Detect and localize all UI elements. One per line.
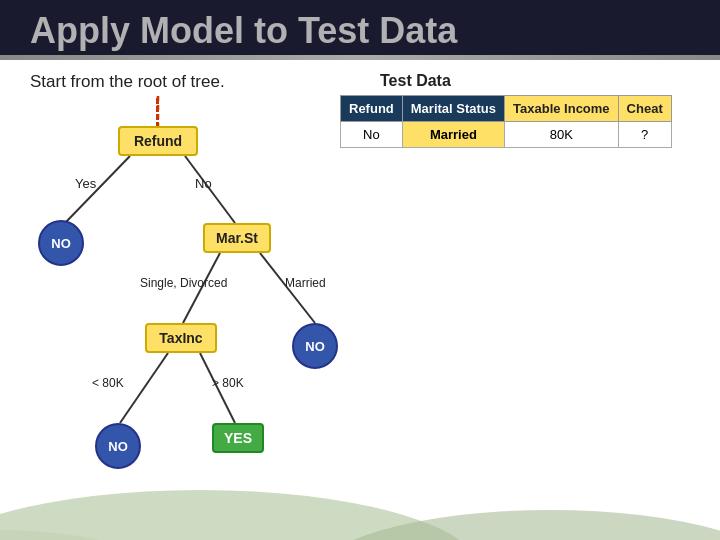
single-divorced-label: Single, Divorced bbox=[140, 276, 227, 290]
slide: Apply Model to Test Data Start from the … bbox=[0, 0, 720, 540]
gt-80k-label: > 80K bbox=[212, 376, 244, 390]
dashed-line bbox=[156, 98, 159, 128]
yes-label: Yes bbox=[75, 176, 96, 191]
accent-bar bbox=[0, 55, 720, 60]
col-marital: Marital Status bbox=[402, 96, 504, 122]
cell-cheat: ? bbox=[618, 122, 671, 148]
test-data-label: Test Data bbox=[380, 72, 451, 90]
married-label: Married bbox=[285, 276, 326, 290]
test-data-table: Refund Marital Status Taxable Income Che… bbox=[340, 95, 672, 148]
yes-node: YES bbox=[212, 423, 264, 453]
no-label-refund: No bbox=[195, 176, 212, 191]
cell-taxable: 80K bbox=[505, 122, 619, 148]
no-node-right: NO bbox=[292, 323, 338, 369]
lt-80k-label: < 80K bbox=[92, 376, 124, 390]
decision-tree: Refund Yes No NO Mar.St Single, Divorced… bbox=[20, 68, 360, 528]
refund-node: Refund bbox=[118, 126, 198, 156]
slide-title: Apply Model to Test Data bbox=[30, 10, 457, 52]
svg-point-8 bbox=[310, 510, 720, 540]
cell-marital: Married bbox=[402, 122, 504, 148]
col-taxable: Taxable Income bbox=[505, 96, 619, 122]
no-node-left: NO bbox=[38, 220, 84, 266]
col-cheat: Cheat bbox=[618, 96, 671, 122]
mar-st-node: Mar.St bbox=[203, 223, 271, 253]
svg-point-9 bbox=[0, 530, 180, 540]
no-node-bottom: NO bbox=[95, 423, 141, 469]
tax-inc-node: TaxInc bbox=[145, 323, 217, 353]
svg-line-5 bbox=[120, 353, 168, 423]
